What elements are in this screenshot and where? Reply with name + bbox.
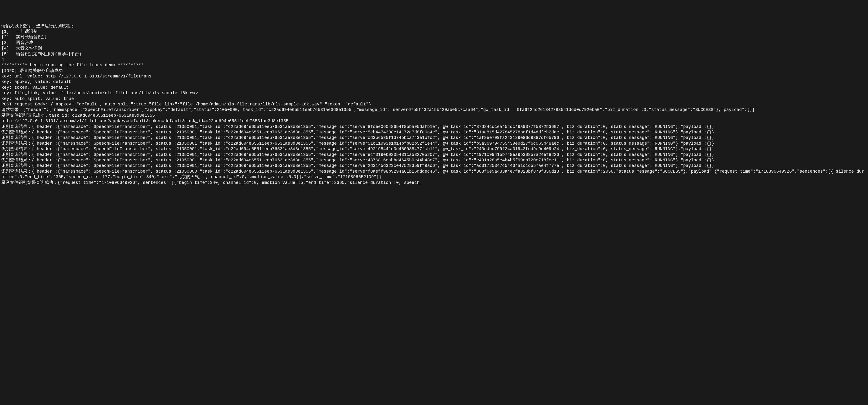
terminal-line: http://127.0.0.1:8101/stream/v1/filetran… xyxy=(1,119,867,124)
terminal-line: key: appkey, value: default xyxy=(1,79,867,85)
terminal-line: 录音文件识别请求成功，task_id: c22ad694e65511eeb765… xyxy=(1,113,867,119)
terminal-line: ********** begin running the file trans … xyxy=(1,62,867,68)
terminal-line: [3] ：语音合成 xyxy=(1,40,867,46)
terminal-line: [4] ：录音文件识别 xyxy=(1,46,867,51)
terminal-line: [2] ：实时长语音识别 xyxy=(1,34,867,40)
terminal-line: 4 xyxy=(1,57,867,62)
terminal-line: POST request Body: {"appkey":"default","… xyxy=(1,102,867,107)
terminal-line: 识别查询结果：{"header":{"namespace":"SpeechFil… xyxy=(1,169,867,180)
terminal-line: 识别查询结果：{"header":{"namespace":"SpeechFil… xyxy=(1,130,867,135)
terminal-line: 请求结果：{"header":{"namespace":"SpeechFileT… xyxy=(1,107,867,112)
terminal-line: key: auto_split, value: true xyxy=(1,96,867,102)
terminal-output[interactable]: 请输入以下数字，选择运行的测试程序：[1] ：一句话识别[2] ：实时长语音识别… xyxy=(1,24,867,185)
terminal-line: key: token, value: default xyxy=(1,85,867,90)
terminal-line: [1] ：一句话识别 xyxy=(1,29,867,34)
terminal-line: [INFO] 语音网关服务启动成功 xyxy=(1,68,867,74)
terminal-line: 识别查询结果：{"header":{"namespace":"SpeechFil… xyxy=(1,158,867,163)
terminal-line: 识别查询结果：{"header":{"namespace":"SpeechFil… xyxy=(1,141,867,146)
terminal-line: [5] ：语音识别定制化服务(自学习平台) xyxy=(1,52,867,57)
terminal-line: 识别查询结果：{"header":{"namespace":"SpeechFil… xyxy=(1,135,867,141)
terminal-line: 识别查询结果：{"header":{"namespace":"SpeechFil… xyxy=(1,124,867,130)
terminal-line: 识别查询结果：{"header":{"namespace":"SpeechFil… xyxy=(1,152,867,158)
terminal-line: 录音文件识别结果查询成功：{"request_time":"1710896649… xyxy=(1,180,867,185)
terminal-line: 识别查询结果：{"header":{"namespace":"SpeechFil… xyxy=(1,163,867,169)
terminal-line: key: file_link, value: file:/home/admin/… xyxy=(1,90,867,96)
terminal-line: 请输入以下数字，选择运行的测试程序： xyxy=(1,24,867,29)
terminal-line: 识别查询结果：{"header":{"namespace":"SpeechFil… xyxy=(1,146,867,152)
terminal-line: key: url, value: http://127.0.0.1:8101/s… xyxy=(1,74,867,79)
